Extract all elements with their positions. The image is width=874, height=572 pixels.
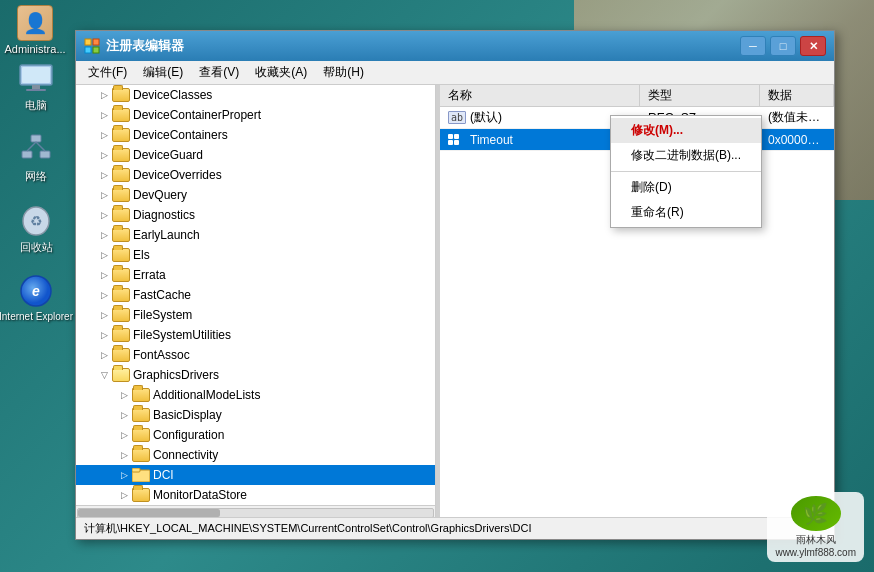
value-data-default: (数值未设置)	[760, 107, 834, 128]
regedit-icon	[84, 38, 100, 54]
folder-icon	[132, 488, 150, 502]
expand-icon: ▷	[96, 87, 112, 103]
value-data-timeout: 0x00000007 (7)	[760, 131, 834, 149]
tree-item-devicecontainerpropert[interactable]: ▷ DeviceContainerPropert	[76, 105, 435, 125]
expand-icon: ▷	[96, 107, 112, 123]
tree-item-earlylaunch[interactable]: ▷ EarlyLaunch	[76, 225, 435, 245]
expand-icon: ▷	[96, 147, 112, 163]
hscroll-track[interactable]	[77, 508, 434, 518]
folder-icon	[112, 148, 130, 162]
minimize-button[interactable]: ─	[740, 36, 766, 56]
tree-label: Diagnostics	[133, 208, 195, 222]
context-menu: 修改(M)... 修改二进制数据(B)... 删除(D) 重命名(R)	[610, 115, 762, 228]
close-button[interactable]: ✕	[800, 36, 826, 56]
svg-rect-2	[32, 85, 40, 89]
context-menu-sep1	[611, 171, 761, 172]
menu-bar: 文件(F) 编辑(E) 查看(V) 收藏夹(A) 帮助(H)	[76, 61, 834, 85]
menu-edit[interactable]: 编辑(E)	[135, 62, 191, 83]
tree-item-dci[interactable]: ▷ DCI	[76, 465, 435, 485]
tree-label: FastCache	[133, 288, 191, 302]
tree-label: DeviceOverrides	[133, 168, 222, 182]
tree-item-basicdisplay[interactable]: ▷ BasicDisplay	[76, 405, 435, 425]
menu-view[interactable]: 查看(V)	[191, 62, 247, 83]
value-pane-header: 名称 类型 数据	[440, 85, 834, 107]
context-menu-modify-binary[interactable]: 修改二进制数据(B)...	[611, 143, 761, 168]
svg-rect-1	[22, 67, 50, 83]
desktop-icon-network[interactable]: 网络	[4, 131, 68, 184]
desktop-icon-ie[interactable]: e Internet Explorer	[4, 273, 68, 323]
folder-icon	[132, 408, 150, 422]
recycle-label: 回收站	[20, 240, 53, 255]
ie-icon: e	[18, 273, 54, 309]
tree-item-devquery[interactable]: ▷ DevQuery	[76, 185, 435, 205]
svg-rect-6	[40, 151, 50, 158]
status-bar: 计算机\HKEY_LOCAL_MACHINE\SYSTEM\CurrentCon…	[76, 517, 834, 539]
tree-item-filesystem[interactable]: ▷ FileSystem	[76, 305, 435, 325]
ab-icon: ab	[448, 111, 466, 124]
window-title: 注册表编辑器	[106, 37, 740, 55]
expand-icon: ▷	[96, 247, 112, 263]
computer-label: 电脑	[25, 98, 47, 113]
tree-label: MonitorDataStore	[153, 488, 247, 502]
desktop-icon-recycle[interactable]: ♻ 回收站	[4, 202, 68, 255]
expand-icon: ▷	[96, 267, 112, 283]
tree-item-deviceguard[interactable]: ▷ DeviceGuard	[76, 145, 435, 165]
expand-icon: ▷	[96, 307, 112, 323]
expand-icon: ▷	[116, 407, 132, 423]
expand-icon: ▷	[96, 187, 112, 203]
tree-item-errata[interactable]: ▷ Errata	[76, 265, 435, 285]
tree-item-diagnostics[interactable]: ▷ Diagnostics	[76, 205, 435, 225]
expand-icon: ▽	[96, 367, 112, 383]
tree-item-additionalmodelists[interactable]: ▷ AdditionalModeLists	[76, 385, 435, 405]
context-menu-modify[interactable]: 修改(M)...	[611, 118, 761, 143]
tree-item-monitordatastore[interactable]: ▷ MonitorDataStore	[76, 485, 435, 505]
regedit-window: 注册表编辑器 ─ □ ✕ 文件(F) 编辑(E) 查看(V) 收藏夹(A) 帮助…	[75, 30, 835, 540]
tree-item-fastcache[interactable]: ▷ FastCache	[76, 285, 435, 305]
svg-rect-4	[31, 135, 41, 142]
folder-icon	[112, 248, 130, 262]
tree-item-els[interactable]: ▷ Els	[76, 245, 435, 265]
folder-icon	[112, 188, 130, 202]
computer-icon	[18, 60, 54, 96]
desktop-icons: 电脑 网络 ♻ 回收站	[4, 60, 68, 323]
default-name-label: (默认)	[470, 109, 502, 126]
context-menu-rename[interactable]: 重命名(R)	[611, 200, 761, 225]
maximize-button[interactable]: □	[770, 36, 796, 56]
tree-label: EarlyLaunch	[133, 228, 200, 242]
folder-icon	[132, 428, 150, 442]
watermark: 🌿 雨林木风 www.ylmf888.com	[767, 492, 864, 562]
watermark-brand: 雨林木风	[796, 533, 836, 547]
tree-item-deviceoverrides[interactable]: ▷ DeviceOverrides	[76, 165, 435, 185]
hscroll-thumb[interactable]	[78, 509, 220, 517]
desktop-icon-computer[interactable]: 电脑	[4, 60, 68, 113]
folder-icon	[132, 468, 150, 482]
tree-hscrollbar[interactable]	[76, 505, 435, 517]
expand-icon: ▷	[116, 447, 132, 463]
context-menu-delete[interactable]: 删除(D)	[611, 175, 761, 200]
tree-label: DeviceGuard	[133, 148, 203, 162]
expand-icon: ▷	[96, 347, 112, 363]
svg-line-8	[36, 142, 45, 151]
col-type-header: 类型	[640, 85, 760, 106]
tree-item-devicecontainers[interactable]: ▷ DeviceContainers	[76, 125, 435, 145]
menu-favorites[interactable]: 收藏夹(A)	[247, 62, 315, 83]
tree-item-configuration[interactable]: ▷ Configuration	[76, 425, 435, 445]
tree-item-filesystemutilities[interactable]: ▷ FileSystemUtilities	[76, 325, 435, 345]
tree-label-dci: DCI	[153, 468, 174, 482]
menu-help[interactable]: 帮助(H)	[315, 62, 372, 83]
status-text: 计算机\HKEY_LOCAL_MACHINE\SYSTEM\CurrentCon…	[84, 521, 531, 536]
tree-item-fontassoc[interactable]: ▷ FontAssoc	[76, 345, 435, 365]
network-label: 网络	[25, 169, 47, 184]
svg-rect-18	[132, 468, 140, 472]
tree-item-connectivity[interactable]: ▷ Connectivity	[76, 445, 435, 465]
menu-file[interactable]: 文件(F)	[80, 62, 135, 83]
value-pane[interactable]: 名称 类型 数据 ab (默认) REG_SZ (数值未设置)	[440, 85, 834, 517]
admin-label: Administra...	[4, 43, 65, 55]
tree-item-deviceclasses[interactable]: ▷ DeviceClasses	[76, 85, 435, 105]
tree-pane[interactable]: ▷ DeviceClasses ▷ DeviceContainerPropert…	[76, 85, 436, 517]
tree-item-graphicsdrivers[interactable]: ▽ GraphicsDrivers	[76, 365, 435, 385]
expand-icon: ▷	[96, 127, 112, 143]
tree-label: Els	[133, 248, 150, 262]
col-name-header: 名称	[440, 85, 640, 106]
col-data-header: 数据	[760, 85, 834, 106]
